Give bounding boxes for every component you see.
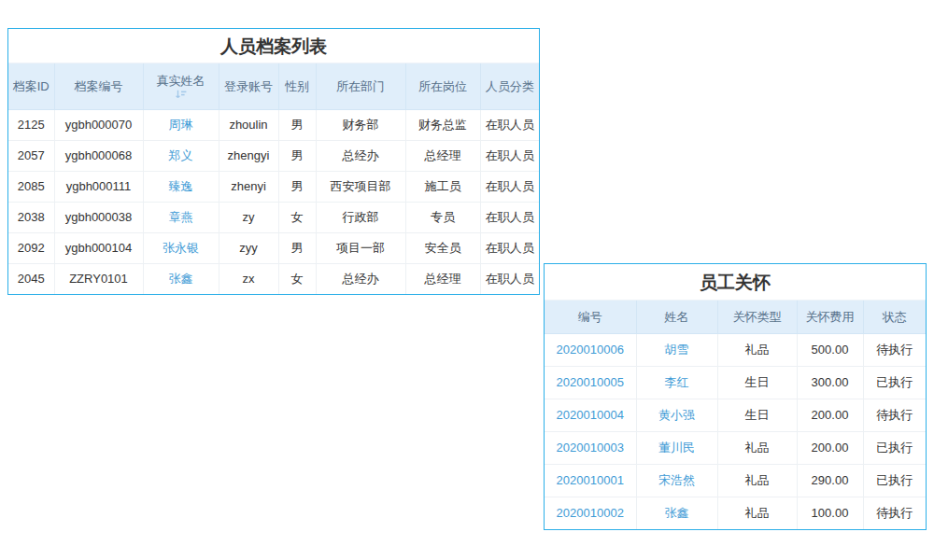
record-link[interactable]: 张鑫: [169, 272, 193, 286]
cell-link[interactable]: 胡雪: [636, 333, 717, 366]
page: 人员档案列表 档案ID 档案编号 真实姓名: [0, 0, 934, 560]
cell-link[interactable]: 周琳: [143, 109, 219, 140]
cell: ZZRY0101: [54, 263, 143, 294]
cell: ygbh000068: [54, 140, 143, 171]
cell-link[interactable]: 宋浩然: [636, 464, 717, 497]
cell: 礼品: [717, 333, 797, 366]
record-link[interactable]: 2020010006: [557, 343, 624, 357]
record-link[interactable]: 张鑫: [665, 506, 689, 520]
cell: 2038: [8, 202, 54, 232]
cell: 已执行: [863, 464, 926, 497]
cell: 在职人员: [480, 202, 539, 232]
cell: 已执行: [863, 366, 926, 399]
employee-care-panel: 员工关怀 编号 姓名 关怀类型 关怀费用 状态 2020010006胡雪礼品50…: [544, 263, 927, 530]
cell: 财务部: [316, 109, 405, 140]
record-link[interactable]: 臻逸: [169, 179, 193, 193]
cell-link[interactable]: 张永银: [143, 232, 219, 263]
table-row: 2020010006胡雪礼品500.00待执行: [545, 333, 926, 366]
cell-link[interactable]: 2020010003: [545, 431, 636, 464]
record-link[interactable]: 2020010005: [557, 375, 624, 389]
cell-link[interactable]: 章燕: [143, 202, 219, 232]
cell-link[interactable]: 2020010004: [545, 399, 636, 431]
personnel-archive-title: 人员档案列表: [8, 29, 539, 63]
column-header-login-account: 登录账号: [219, 63, 278, 109]
cell: 在职人员: [480, 109, 539, 140]
cell: 待执行: [863, 497, 926, 529]
cell: 行政部: [316, 202, 405, 232]
cell-link[interactable]: 2020010006: [545, 333, 636, 366]
table-row: 2125ygbh000070周琳zhoulin男财务部财务总监在职人员: [8, 109, 539, 140]
cell-link[interactable]: 黄小强: [636, 399, 717, 431]
cell-link[interactable]: 张鑫: [143, 263, 219, 294]
column-header-care-number: 编号: [545, 301, 636, 333]
cell: 300.00: [797, 366, 863, 399]
personnel-archive-table: 档案ID 档案编号 真实姓名: [8, 63, 539, 294]
cell: 在职人员: [480, 171, 539, 202]
record-link[interactable]: 黄小强: [658, 408, 695, 422]
record-link[interactable]: 章燕: [169, 210, 193, 224]
employee-care-table: 编号 姓名 关怀类型 关怀费用 状态 2020010006胡雪礼品500.00待…: [545, 301, 926, 529]
cell-link[interactable]: 2020010001: [545, 464, 636, 497]
column-header-archive-number: 档案编号: [54, 63, 143, 109]
cell-link[interactable]: 2020010002: [545, 497, 636, 529]
column-header-department: 所在部门: [316, 63, 405, 109]
cell: 生日: [717, 366, 797, 399]
cell-link[interactable]: 董川民: [636, 431, 717, 464]
employee-care-title: 员工关怀: [545, 264, 926, 301]
record-link[interactable]: 2020010004: [557, 408, 624, 422]
cell: 西安项目部: [316, 171, 405, 202]
cell-link[interactable]: 臻逸: [143, 171, 219, 202]
sort-descending-icon[interactable]: [175, 90, 187, 99]
record-link[interactable]: 郑义: [169, 148, 193, 162]
column-header-archive-id: 档案ID: [8, 63, 54, 109]
cell: 施工员: [405, 171, 480, 202]
cell: zyy: [219, 232, 278, 263]
cell: 290.00: [797, 464, 863, 497]
cell: zx: [219, 263, 278, 294]
column-header-care-fee: 关怀费用: [797, 301, 863, 333]
table-row: 2020010002张鑫礼品100.00待执行: [545, 497, 926, 529]
cell: 礼品: [717, 497, 797, 529]
cell: ygbh000104: [54, 232, 143, 263]
column-header-real-name[interactable]: 真实姓名: [143, 63, 219, 109]
cell: 500.00: [797, 333, 863, 366]
table-row: 2020010001宋浩然礼品290.00已执行: [545, 464, 926, 497]
record-link[interactable]: 周琳: [169, 118, 193, 132]
cell: zy: [219, 202, 278, 232]
cell: 项目一部: [316, 232, 405, 263]
cell: 女: [278, 263, 316, 294]
column-header-position: 所在岗位: [405, 63, 480, 109]
cell: 女: [278, 202, 316, 232]
record-link[interactable]: 2020010002: [557, 506, 624, 520]
table-row: 2020010003董川民礼品200.00已执行: [545, 431, 926, 464]
record-link[interactable]: 张永银: [163, 241, 199, 255]
record-link[interactable]: 2020010003: [557, 441, 624, 455]
cell-link[interactable]: 2020010005: [545, 366, 636, 399]
cell-link[interactable]: 张鑫: [636, 497, 717, 529]
cell: ygbh000070: [54, 109, 143, 140]
cell: 待执行: [863, 333, 926, 366]
table-row: 2085ygbh000111臻逸zhenyi男西安项目部施工员在职人员: [8, 171, 539, 202]
cell: zhenyi: [219, 171, 278, 202]
record-link[interactable]: 李红: [665, 375, 689, 389]
column-header-personnel-category: 人员分类: [480, 63, 539, 109]
cell: 总经理: [405, 140, 480, 171]
cell: 男: [278, 232, 316, 263]
personnel-header-row: 档案ID 档案编号 真实姓名: [8, 63, 539, 109]
cell: 在职人员: [480, 263, 539, 294]
record-link[interactable]: 2020010001: [557, 473, 624, 487]
personnel-archive-panel: 人员档案列表 档案ID 档案编号 真实姓名: [7, 28, 540, 295]
record-link[interactable]: 胡雪: [665, 343, 689, 357]
table-row: 2092ygbh000104张永银zyy男项目一部安全员在职人员: [8, 232, 539, 263]
cell: 200.00: [797, 399, 863, 431]
record-link[interactable]: 董川民: [658, 441, 695, 455]
cell: 男: [278, 171, 316, 202]
cell-link[interactable]: 郑义: [143, 140, 219, 171]
cell-link[interactable]: 李红: [636, 366, 717, 399]
cell: 2125: [8, 109, 54, 140]
cell: 待执行: [863, 399, 926, 431]
cell: 200.00: [797, 431, 863, 464]
record-link[interactable]: 宋浩然: [658, 473, 695, 487]
table-row: 2020010005李红生日300.00已执行: [545, 366, 926, 399]
column-header-gender: 性别: [278, 63, 316, 109]
